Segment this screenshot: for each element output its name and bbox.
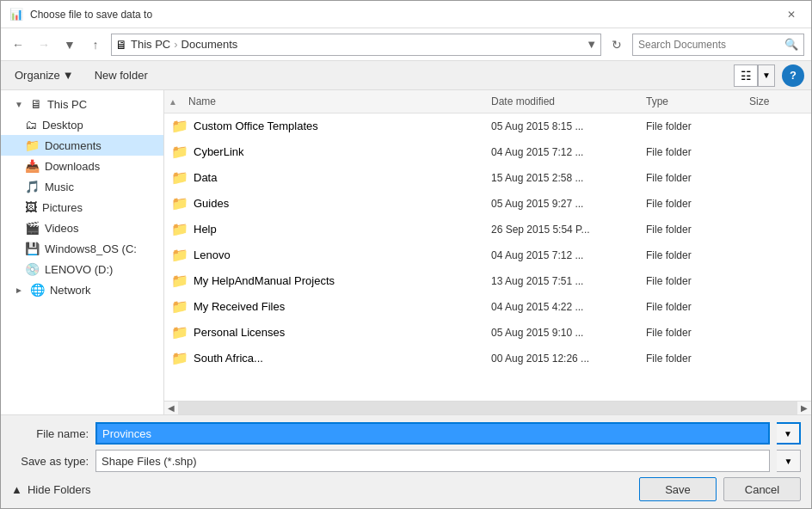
sidebar-item-downloads[interactable]: 📥 Downloads bbox=[1, 156, 163, 176]
sidebar-item-videos[interactable]: 🎬 Videos bbox=[1, 218, 163, 238]
search-box[interactable]: 🔍 bbox=[632, 34, 804, 56]
new-folder-button[interactable]: New folder bbox=[88, 66, 155, 84]
col-header-size[interactable]: Size bbox=[742, 94, 811, 109]
path-icon: 🖥 bbox=[115, 38, 127, 52]
title-bar: 📊 Choose file to save data to ✕ bbox=[1, 1, 811, 28]
folder-icon: 📁 bbox=[171, 118, 188, 134]
table-row[interactable]: 📁Custom Office Templates 05 Aug 2015 8:1… bbox=[164, 113, 811, 139]
folder-icon: 📁 bbox=[171, 144, 188, 160]
music-icon: 🎵 bbox=[25, 180, 40, 193]
folder-icon: 📁 bbox=[171, 247, 188, 263]
table-row[interactable]: 📁South Africa... 00 Aug 2015 12:26 ... F… bbox=[164, 346, 811, 371]
sidebar-item-documents[interactable]: 📁 Documents bbox=[1, 135, 163, 156]
folder-icon: 📁 bbox=[171, 324, 188, 340]
table-row[interactable]: 📁Help 26 Sep 2015 5:54 P... File folder bbox=[164, 217, 811, 242]
table-row[interactable]: 📁My Received Files 04 Aug 2015 4:22 ... … bbox=[164, 294, 811, 320]
address-dropdown-icon[interactable]: ▼ bbox=[586, 38, 597, 51]
windows8-icon: 💾 bbox=[25, 242, 40, 255]
cancel-button[interactable]: Cancel bbox=[723, 477, 801, 501]
chevron-up-icon: ▲ bbox=[11, 483, 22, 496]
sidebar-item-network[interactable]: ► 🌐 Network bbox=[1, 279, 163, 300]
folder-icon: 📁 bbox=[171, 221, 188, 237]
table-row[interactable]: 📁CyberLink 04 Aug 2015 7:12 ... File fol… bbox=[164, 139, 811, 165]
folder-icon: 📁 bbox=[171, 350, 188, 366]
folder-icon: 📁 bbox=[171, 273, 188, 289]
horizontal-scrollbar[interactable]: ◀ ▶ bbox=[164, 401, 811, 414]
pictures-icon: 🖼 bbox=[25, 200, 37, 214]
table-row[interactable]: 📁Personal Licenses 05 Aug 2015 9:10 ... … bbox=[164, 320, 811, 346]
this-pc-icon: 🖥 bbox=[30, 97, 42, 111]
save-button[interactable]: Save bbox=[639, 477, 717, 501]
filename-input[interactable] bbox=[95, 422, 770, 445]
crumb-this-pc[interactable]: This PC bbox=[131, 38, 170, 51]
file-list: 📁Custom Office Templates 05 Aug 2015 8:1… bbox=[164, 113, 811, 401]
view-dropdown-button[interactable]: ▼ bbox=[758, 64, 775, 87]
app-icon: 📊 bbox=[9, 8, 23, 21]
col-header-name[interactable]: Name bbox=[181, 94, 484, 109]
address-path[interactable]: 🖥 This PC › Documents ▼ bbox=[111, 34, 601, 56]
sidebar-item-this-pc[interactable]: ▼ 🖥 This PC bbox=[1, 94, 163, 114]
dropdown-history-button[interactable]: ▼ bbox=[59, 34, 80, 55]
scroll-right-button[interactable]: ▶ bbox=[797, 402, 811, 415]
downloads-icon: 📥 bbox=[25, 159, 40, 173]
address-bar: ← → ▼ ↑ 🖥 This PC › Documents ▼ ↻ 🔍 bbox=[1, 28, 811, 61]
folder-icon: 📁 bbox=[171, 298, 188, 315]
close-button[interactable]: ✕ bbox=[780, 6, 803, 23]
sort-up-button[interactable]: ▲ bbox=[164, 94, 181, 109]
col-header-type[interactable]: Type bbox=[639, 94, 742, 109]
back-button[interactable]: ← bbox=[8, 34, 28, 55]
savetype-row: Save as type: ▼ bbox=[11, 450, 801, 472]
filename-dropdown-button[interactable]: ▼ bbox=[777, 422, 801, 445]
refresh-button[interactable]: ↻ bbox=[606, 34, 627, 55]
help-button[interactable]: ? bbox=[782, 64, 804, 87]
network-icon: 🌐 bbox=[30, 283, 45, 297]
filename-row: File name: ▼ bbox=[11, 422, 801, 445]
sidebar-item-lenovo[interactable]: 💿 LENOVO (D:) bbox=[1, 259, 163, 279]
sidebar-item-pictures[interactable]: 🖼 Pictures bbox=[1, 197, 163, 218]
main-content: ▼ 🖥 This PC 🗂 Desktop 📁 Documents 📥 Down… bbox=[1, 90, 811, 414]
search-icon: 🔍 bbox=[784, 38, 798, 51]
action-row: ▲ Hide Folders Save Cancel bbox=[11, 477, 801, 501]
desktop-icon: 🗂 bbox=[25, 118, 37, 132]
search-input[interactable] bbox=[638, 39, 781, 51]
videos-icon: 🎬 bbox=[25, 221, 40, 235]
savetype-input[interactable] bbox=[95, 450, 770, 472]
hide-folders-button[interactable]: ▲ Hide Folders bbox=[11, 483, 632, 496]
table-row[interactable]: 📁Guides 05 Aug 2015 9:27 ... File folder bbox=[164, 191, 811, 217]
filename-label: File name: bbox=[11, 427, 89, 440]
sidebar-item-windows8[interactable]: 💾 Windows8_OS (C: bbox=[1, 238, 163, 259]
folder-icon: 📁 bbox=[171, 195, 188, 212]
file-list-header: ▲ Name Date modified Type Size bbox=[164, 90, 811, 113]
bottom-area: File name: ▼ Save as type: ▼ ▲ Hide Fold… bbox=[1, 414, 811, 508]
dialog-title: Choose file to save data to bbox=[30, 9, 152, 21]
table-row[interactable]: 📁My HelpAndManual Projects 13 Aug 2015 7… bbox=[164, 268, 811, 294]
sidebar-item-music[interactable]: 🎵 Music bbox=[1, 176, 163, 197]
col-header-date[interactable]: Date modified bbox=[484, 94, 639, 109]
view-mode-button[interactable]: ☷ bbox=[734, 64, 758, 87]
documents-icon: 📁 bbox=[25, 138, 40, 152]
scroll-left-button[interactable]: ◀ bbox=[164, 402, 178, 415]
lenovo-icon: 💿 bbox=[25, 262, 40, 276]
h-scroll-track[interactable] bbox=[178, 402, 797, 414]
sidebar-item-desktop[interactable]: 🗂 Desktop bbox=[1, 114, 163, 135]
crumb-documents[interactable]: Documents bbox=[181, 38, 238, 51]
forward-button[interactable]: → bbox=[34, 34, 54, 55]
window-controls: ✕ bbox=[780, 6, 803, 23]
table-row[interactable]: 📁Lenovo 04 Aug 2015 7:12 ... File folder bbox=[164, 242, 811, 268]
file-area: ▲ Name Date modified Type Size 📁Custom O… bbox=[164, 90, 811, 414]
up-button[interactable]: ↑ bbox=[85, 34, 106, 55]
table-row[interactable]: 📁Data 15 Aug 2015 2:58 ... File folder bbox=[164, 165, 811, 191]
toolbar: Organize ▼ New folder ☷ ▼ ? bbox=[1, 61, 811, 90]
savetype-dropdown-button[interactable]: ▼ bbox=[777, 450, 801, 472]
view-controls: ☷ ▼ bbox=[734, 64, 775, 87]
sidebar: ▼ 🖥 This PC 🗂 Desktop 📁 Documents 📥 Down… bbox=[1, 90, 164, 414]
organize-button[interactable]: Organize ▼ bbox=[8, 66, 81, 84]
folder-icon: 📁 bbox=[171, 169, 188, 186]
savetype-label: Save as type: bbox=[11, 455, 89, 468]
